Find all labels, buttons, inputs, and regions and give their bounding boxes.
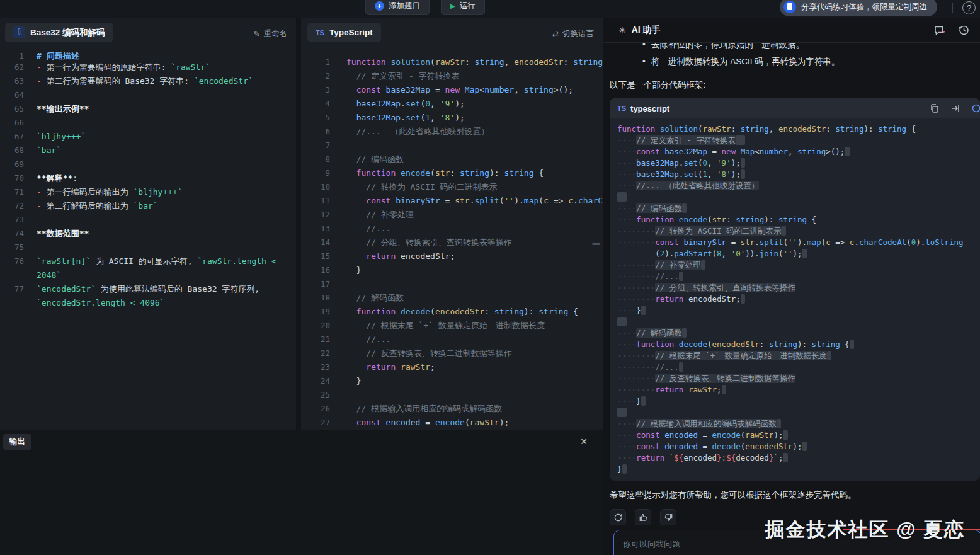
- rename-button[interactable]: ✎ 重命名: [253, 28, 287, 39]
- ai-panel-title: ✳ AI 助手: [618, 25, 661, 36]
- code-line[interactable]: 18 // 解码函数: [301, 291, 603, 305]
- copy-icon[interactable]: [930, 103, 940, 113]
- code-line[interactable]: 9 function encode(str: string): string {: [301, 166, 603, 180]
- new-chat-icon[interactable]: [933, 24, 946, 37]
- close-icon[interactable]: ✕: [580, 437, 588, 447]
- doc-line[interactable]: 65**输出示例**: [0, 102, 296, 116]
- code-line[interactable]: 26 // 根据输入调用相应的编码或解码函数: [301, 402, 603, 416]
- code-line[interactable]: 13 //...: [301, 222, 603, 236]
- topbar-divider: [952, 3, 953, 13]
- ai-code-card: TS typescript function solution(rawStr: …: [610, 98, 980, 481]
- code-card-language: typescript: [630, 104, 669, 113]
- sticky-heading-text: # 问题描述: [24, 50, 79, 61]
- code-line[interactable]: 3 const base32Map = new Map<number, stri…: [301, 83, 603, 97]
- code-line[interactable]: 17: [301, 277, 603, 291]
- doc-line[interactable]: 70**解释**:: [0, 171, 296, 185]
- rename-label: 重命名: [264, 28, 288, 39]
- code-line[interactable]: 4 base32Map.set(0, '9');: [301, 97, 603, 111]
- code-line[interactable]: 14 // 分组、转换索引、查询转换表等操作: [301, 236, 603, 249]
- thumbs-up-button[interactable]: [635, 509, 651, 525]
- ai-code-line: ····}: [617, 396, 980, 407]
- code-line[interactable]: 1function solution(rawStr: string, encod…: [301, 55, 603, 69]
- doc-line[interactable]: 69: [0, 157, 296, 171]
- promo-banner-text: 分享代码练习体验，领限量定制周边: [801, 2, 927, 13]
- code-line[interactable]: 12 // 补零处理: [301, 208, 603, 222]
- code-line[interactable]: 24 }: [301, 374, 603, 388]
- sticky-heading-line[interactable]: 1 # 问题描述: [0, 50, 296, 62]
- code-line[interactable]: 6 //... （此处省略其他映射设置）: [301, 125, 603, 139]
- doc-line[interactable]: 75: [0, 241, 296, 255]
- code-line[interactable]: 5 base32Map.set(1, '8');: [301, 111, 603, 125]
- history-icon[interactable]: [957, 24, 970, 37]
- doc-line[interactable]: 66: [0, 116, 296, 130]
- doc-line[interactable]: 63- 第二行为需要解码的 Base32 字符串: `encodedStr`: [0, 74, 296, 88]
- code-editor[interactable]: 1function solution(rawStr: string, encod…: [301, 50, 603, 430]
- ai-code-line: (2).padStart(8, '0')).join('');: [617, 248, 980, 260]
- scrollbar-thumb[interactable]: [592, 243, 600, 245]
- code-line[interactable]: 2 // 定义索引 - 字符转换表: [301, 69, 603, 83]
- doc-line[interactable]: 67`bljhy+++`: [0, 130, 296, 144]
- insert-code-icon[interactable]: [950, 103, 960, 113]
- problem-panel-header: ⇩ Base32 编码和解码 ✎ 重命名: [0, 18, 296, 50]
- code-line[interactable]: 10 // 转换为 ASCII 码的二进制表示: [301, 180, 603, 194]
- watermark-text: 掘金技术社区 @ 夏恋: [765, 517, 965, 543]
- promo-banner[interactable]: 分享代码练习体验，领限量定制周边: [780, 0, 937, 16]
- add-problem-label: 添加题目: [389, 1, 420, 11]
- doc-line[interactable]: 72- 第二行解码后的输出为 `bar`: [0, 199, 296, 213]
- regenerate-button[interactable]: [610, 509, 626, 525]
- ai-code-line: ····base32Map.set(1, '8');: [617, 169, 980, 180]
- switch-language-label: 切换语言: [562, 28, 594, 39]
- help-button[interactable]: ?: [962, 1, 976, 14]
- code-line[interactable]: 8 // 编码函数: [301, 152, 603, 166]
- code-line[interactable]: 20 // 根据末尾 `+` 数量确定原始二进制数据长度: [301, 319, 603, 333]
- code-line[interactable]: 27 const encoded = encode(rawStr);: [301, 416, 603, 430]
- doc-line[interactable]: 76`rawStr[n]` 为 ASCII 的可显示字符, `rawStr.le…: [0, 255, 296, 282]
- code-line[interactable]: 15 return encodedStr;: [301, 249, 603, 263]
- editor-lines: 1function solution(rawStr: string, encod…: [301, 55, 603, 430]
- code-line[interactable]: 25: [301, 388, 603, 402]
- problem-document[interactable]: 1 # 问题描述 62- 第一行为需要编码的原始字符串: `rawStr`63-…: [0, 50, 296, 430]
- code-line[interactable]: 19 function decode(encodedStr: string): …: [301, 305, 603, 319]
- ai-bullet: 将二进制数据转换为 ASCII 码，再转换为字符串。: [642, 53, 980, 70]
- more-actions-icon[interactable]: [971, 103, 980, 113]
- download-icon: ⇩: [13, 26, 25, 38]
- ai-code-line: ····const base32Map = new Map<number, st…: [617, 146, 980, 157]
- ai-code-line: ····const encoded = encode(rawStr);: [617, 430, 980, 441]
- add-problem-button[interactable]: + 添加题目: [365, 0, 430, 15]
- ai-code-line: ········//...: [617, 362, 980, 373]
- doc-line[interactable]: 74**数据范围**: [0, 227, 296, 241]
- doc-line[interactable]: 73: [0, 213, 296, 227]
- run-button[interactable]: ▶ 运行: [441, 0, 485, 15]
- ai-code-line: ····const decoded = decode(encodedStr);: [617, 441, 980, 452]
- doc-line[interactable]: 71- 第一行编码后的输出为 `bljhy+++`: [0, 185, 296, 199]
- ai-code-line: ····// 解码函数: [617, 328, 980, 339]
- doc-line[interactable]: 68`bar`: [0, 144, 296, 157]
- doc-line[interactable]: 64: [0, 88, 296, 102]
- ai-title-text: AI 助手: [632, 25, 661, 36]
- problem-panel: ⇩ Base32 编码和解码 ✎ 重命名 1 # 问题描述 62- 第一行为需要…: [0, 18, 296, 430]
- language-tab-label: TypeScript: [329, 28, 373, 37]
- code-line[interactable]: 23 return rawStr;: [301, 360, 603, 374]
- code-line[interactable]: 22 // 反查转换表、转换二进制数据等操作: [301, 346, 603, 360]
- language-tab[interactable]: TS TypeScript: [307, 23, 381, 42]
- output-panel: 输出 ✕: [0, 430, 603, 555]
- ai-code-line: function solution(rawStr: string, encode…: [617, 123, 980, 135]
- thumbs-down-button[interactable]: [660, 509, 676, 525]
- ai-code-line: ········return encodedStr;: [617, 294, 980, 305]
- ai-code-line: ········const binaryStr = str.split('').…: [617, 237, 980, 248]
- code-line[interactable]: 16 }: [301, 263, 603, 277]
- problem-title: Base32 编码和解码: [30, 27, 105, 38]
- problem-title-tab[interactable]: ⇩ Base32 编码和解码: [5, 23, 113, 42]
- code-line[interactable]: 7: [301, 139, 603, 152]
- doc-line[interactable]: 62- 第一行为需要编码的原始字符串: `rawStr`: [0, 60, 296, 74]
- document-icon: [783, 1, 796, 13]
- doc-line[interactable]: 77`encodedStr` 为使用此算法编码后的 Base32 字符序列, `…: [0, 282, 296, 310]
- switch-language-button[interactable]: ⇄ 切换语言: [552, 28, 594, 39]
- ai-bullet-list: 去除补位的零，得到原始的二进制数据。将二进制数据转换为 ASCII 码，再转换为…: [603, 43, 980, 70]
- code-line[interactable]: 21 //...: [301, 333, 603, 346]
- output-tab[interactable]: 输出: [3, 434, 31, 450]
- ai-code-line: }: [617, 464, 980, 475]
- swap-icon: ⇄: [552, 29, 559, 38]
- code-line[interactable]: 11 const binaryStr = str.split('').map(c…: [301, 194, 603, 208]
- ai-bullet: 去除补位的零，得到原始的二进制数据。: [642, 43, 980, 53]
